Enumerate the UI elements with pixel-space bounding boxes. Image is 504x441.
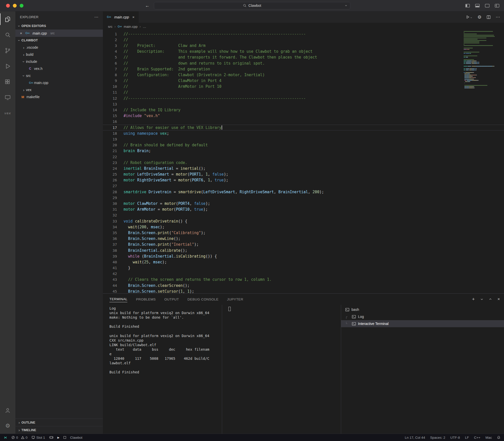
code-line-1[interactable]: 1//-------------------------------------… [103, 31, 504, 37]
language-mode[interactable]: C++ [474, 436, 481, 439]
terminal-output[interactable]: Logunix build for platform vexiq2 on Dar… [103, 305, 222, 434]
code-line-29[interactable]: 29 [103, 195, 504, 201]
outline-section[interactable]: › OUTLINE [15, 419, 103, 426]
code-line-8[interactable]: 8// Configuration: Clawbot (Drivetrain 2… [103, 72, 504, 78]
tab-debug-console[interactable]: DEBUG CONSOLE [188, 296, 219, 302]
editor-more-actions-icon[interactable]: ⋯ [496, 14, 500, 20]
tree-item-build[interactable]: ›build [15, 51, 103, 58]
editor-settings-gear-icon[interactable]: ⚙ [478, 14, 482, 20]
open-editor-main-cpp[interactable]: × C++ main.cpp src [15, 30, 103, 37]
code-line-9[interactable]: 9// ClawMotor in Port 4 [103, 78, 504, 84]
remote-indicator[interactable] [4, 436, 7, 439]
code-line-23[interactable]: 23// Robot configuration code. [103, 160, 504, 166]
run-program-button[interactable]: ▶ [57, 436, 60, 439]
minimap[interactable] [464, 31, 501, 89]
code-line-43[interactable]: 43 // Clears the screen and returns the … [103, 277, 504, 283]
tree-item-main.cpp[interactable]: C++main.cpp [15, 79, 103, 86]
tab-main-cpp[interactable]: C++ main.cpp × [103, 11, 139, 23]
code-line-38[interactable]: 38 BrainInertial.calibrate(); [103, 247, 504, 253]
tree-item-vex[interactable]: ›vex [15, 86, 103, 93]
toggle-secondary-sidebar-icon[interactable] [485, 3, 490, 8]
code-line-39[interactable]: 39 while (BrainInertial.isCalibrating())… [103, 253, 504, 259]
code-line-42[interactable]: 42 [103, 271, 504, 277]
toggle-sidebar-icon[interactable] [465, 3, 470, 8]
slot-selector[interactable]: Slot 1 [32, 436, 45, 439]
breadcrumb-symbol[interactable]: … [143, 25, 146, 29]
code-line-20[interactable]: 20// Brain should be defined by default [103, 142, 504, 148]
code-line-6[interactable]: 6// down and returns to its original spo… [103, 60, 504, 66]
minimize-window-button[interactable] [13, 4, 17, 8]
source-control-icon[interactable] [0, 43, 15, 58]
search-panel-icon[interactable] [0, 27, 15, 43]
run-debug-icon[interactable] [0, 58, 15, 74]
code-line-27[interactable]: 27 [103, 183, 504, 189]
breadcrumb-src[interactable]: src [108, 25, 112, 29]
code-line-26[interactable]: 26motor RightDriveSmart = motor(PORT6, 1… [103, 177, 504, 183]
open-editors-header[interactable]: › OPEN EDITORS [15, 22, 103, 30]
code-line-30[interactable]: 30motor ClawMotor = motor(PORT4, false); [103, 201, 504, 206]
new-terminal-button[interactable]: + [472, 296, 475, 302]
code-line-4[interactable]: 4// Description: This example will show … [103, 49, 504, 54]
tree-item-src[interactable]: ›src [15, 72, 103, 79]
close-window-button[interactable] [6, 4, 10, 8]
notifications-bell-icon[interactable] [497, 436, 500, 439]
code-line-22[interactable]: 22 [103, 154, 504, 160]
code-line-19[interactable]: 19 [103, 136, 504, 142]
tree-item-makefile[interactable]: Mmakefile [15, 93, 103, 100]
explorer-icon[interactable] [0, 11, 15, 27]
terminal-item-log[interactable]: ┌Log [341, 313, 504, 320]
run-file-button[interactable] [466, 15, 472, 19]
code-line-24[interactable]: 24inertial BrainInertial = inertial(); [103, 166, 504, 171]
code-editor[interactable]: 1//-------------------------------------… [103, 30, 504, 293]
tab-output[interactable]: OUTPUT [164, 296, 179, 302]
terminal-item-bash[interactable]: bash [341, 306, 504, 313]
split-editor-icon[interactable] [487, 15, 491, 19]
code-line-12[interactable]: 12//------------------------------------… [103, 95, 504, 101]
terminal-dropdown-icon[interactable] [480, 298, 483, 301]
code-line-32[interactable]: 32 [103, 212, 504, 218]
indentation[interactable]: Spaces: 2 [430, 436, 445, 439]
search-input[interactable]: Clawbot [154, 2, 350, 9]
code-line-40[interactable]: 40 wait(25, msec); [103, 259, 504, 265]
code-line-44[interactable]: 44 Brain.Screen.clearScreen(); [103, 283, 504, 288]
platform-indicator[interactable]: Mac [485, 436, 492, 439]
encoding[interactable]: UTF-8 [450, 436, 460, 439]
tab-jupyter[interactable]: JUPYTER [227, 296, 243, 302]
code-line-5[interactable]: 5// and transports it forward. The Clawb… [103, 54, 504, 60]
code-line-37[interactable]: 37 Brain.Screen.print("Inertial"); [103, 242, 504, 247]
customize-layout-icon[interactable] [495, 3, 499, 8]
timeline-section[interactable]: › TIMELINE [15, 426, 103, 434]
maximize-panel-icon[interactable] [489, 298, 492, 301]
vex-device-icon[interactable] [0, 90, 15, 105]
code-line-16[interactable]: 16 [103, 119, 504, 125]
maximize-window-button[interactable] [20, 4, 23, 8]
code-line-31[interactable]: 31motor ArmMotor = motor(PORT10, true); [103, 207, 504, 212]
stop-program-button[interactable] [64, 436, 66, 439]
interactive-terminal-pane[interactable] [222, 305, 341, 434]
account-icon[interactable] [0, 402, 15, 418]
tab-problems[interactable]: PROBLEMS [136, 296, 156, 302]
project-root-header[interactable]: › CLAWBOT [15, 37, 103, 44]
code-line-17[interactable]: 17// Allows for easier use of the VEX Li… [103, 125, 504, 130]
extensions-icon[interactable] [0, 74, 15, 90]
tree-item-include[interactable]: ›include [15, 58, 103, 65]
terminal-item-interactive-terminal[interactable]: └Interactive Terminal [341, 320, 504, 327]
project-name[interactable]: Clawbot [70, 436, 82, 439]
tree-item-.vscode[interactable]: ›.vscode [15, 44, 103, 51]
toggle-panel-icon[interactable] [475, 3, 480, 8]
vex-extension-icon[interactable]: vex [0, 105, 15, 121]
code-line-34[interactable]: 34 wait(200, msec); [103, 224, 504, 230]
code-line-21[interactable]: 21brain Brain; [103, 148, 504, 154]
code-line-35[interactable]: 35 Brain.Screen.print("Calibrating"); [103, 230, 504, 236]
problems-indicator[interactable]: 0 0 [11, 436, 27, 439]
close-panel-icon[interactable]: × [497, 297, 500, 302]
close-tab-icon[interactable]: × [132, 15, 135, 19]
controller-icon[interactable] [49, 436, 53, 439]
code-line-33[interactable]: 33void calibrateDrivetrain() { [103, 218, 504, 224]
code-line-2[interactable]: 2// [103, 37, 504, 43]
code-line-15[interactable]: 15#include "vex.h" [103, 113, 504, 119]
close-icon[interactable]: × [20, 31, 23, 35]
code-line-11[interactable]: 11// [103, 90, 504, 95]
cursor-position[interactable]: Ln 17, Col 44 [405, 436, 425, 439]
code-line-3[interactable]: 3// Project: Claw and Arm [103, 43, 504, 48]
